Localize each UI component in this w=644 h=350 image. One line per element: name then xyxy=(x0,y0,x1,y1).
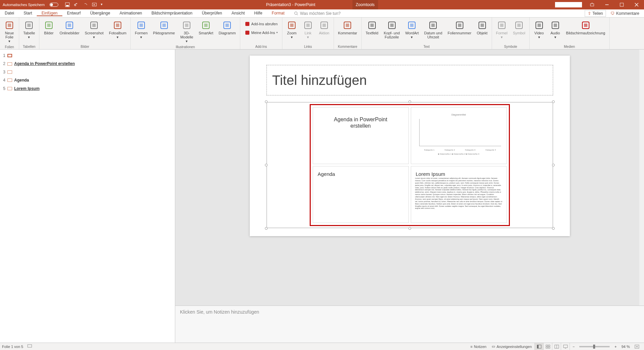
tab-animationen[interactable]: Animationen xyxy=(115,11,147,15)
autosave-label: Automatisches Speichern xyxy=(3,3,45,7)
kommentar-icon xyxy=(342,20,352,30)
objekt-button[interactable]: Objekt xyxy=(475,19,490,36)
zoom-in-icon[interactable]: + xyxy=(612,343,619,350)
tab-einfügen[interactable]: Einfügen xyxy=(37,11,62,16)
tab-bildschirmpräsentation[interactable]: Bildschirmpräsentation xyxy=(147,11,197,15)
zoom-thumb-4[interactable]: Lorem Ipsum Lorem ipsum dolor sit amet, … xyxy=(411,166,507,223)
zoom-level[interactable]: 94 % xyxy=(619,345,632,349)
slideshow-view-icon[interactable] xyxy=(561,343,570,350)
comments-button[interactable]: 🗨Kommentare xyxy=(608,10,642,17)
reading-view-icon[interactable] xyxy=(552,343,561,350)
meine-addins-button[interactable]: Meine Add-Ins ▾ xyxy=(242,29,280,36)
3d-modelle-button[interactable]: 3D- Modelle ▾ xyxy=(178,19,195,44)
undo-icon[interactable] xyxy=(74,2,79,7)
formen-button[interactable]: Formen ▾ xyxy=(133,19,150,40)
zoom-thumb-1[interactable]: Agenda in PowerPoint erstellen xyxy=(313,107,409,164)
bilder-button[interactable]: Bilder xyxy=(41,19,56,36)
slide-sorter-view-icon[interactable] xyxy=(544,343,552,350)
ribbon-group-label: Kommentare xyxy=(338,44,357,49)
tab-hilfe[interactable]: Hilfe xyxy=(249,11,267,15)
foliennummer-button[interactable]: Foliennummer xyxy=(446,19,473,36)
slide-canvas[interactable]: Titel hinzufügen Agenda in PowerPoint er… xyxy=(175,50,644,306)
minimize-icon[interactable] xyxy=(600,0,614,9)
tab-format[interactable]: Format xyxy=(267,11,289,15)
video-icon xyxy=(534,20,544,30)
zoom-thumb-2-chart[interactable]: Diagrammtitel Kategorie 1Kategorie 2Kate… xyxy=(411,107,507,164)
datum-button[interactable]: Datum und Uhrzeit xyxy=(422,19,444,40)
zoom-summary-grid[interactable]: Agenda in PowerPoint erstellen Diagrammt… xyxy=(310,104,510,226)
fit-to-window-icon[interactable] xyxy=(632,343,642,350)
quick-access-toolbar: ▾ xyxy=(65,2,102,7)
autosave-toggle[interactable] xyxy=(50,3,58,7)
diagramm-button[interactable]: Diagramm xyxy=(217,19,238,36)
qat-more-icon[interactable]: ▾ xyxy=(101,2,102,7)
tab-ansicht[interactable]: Ansicht xyxy=(227,11,249,15)
ribbon-display-options-icon[interactable] xyxy=(585,0,600,9)
normal-view-icon[interactable] xyxy=(535,343,544,350)
tab-datei[interactable]: Datei xyxy=(0,11,19,15)
onlinebilder-button[interactable]: Onlinebilder xyxy=(58,19,82,36)
svg-rect-66 xyxy=(548,347,550,348)
zoom-out-icon[interactable]: − xyxy=(570,343,577,350)
slide[interactable]: Titel hinzufügen Agenda in PowerPoint er… xyxy=(250,56,570,236)
objekt-icon xyxy=(477,20,487,30)
resize-handle-br[interactable] xyxy=(552,227,555,230)
share-button[interactable]: ⇪Teilen xyxy=(585,10,606,17)
ribbon-group-bilder: BilderOnlinebilderScreenshot ▾Fotoalbum … xyxy=(39,18,131,49)
resize-handle-ml[interactable] xyxy=(265,164,268,166)
display-settings[interactable]: ▭ Anzeigeeinstellungen xyxy=(489,343,534,350)
wordart-button[interactable]: WordArt ▾ xyxy=(403,19,421,40)
textfeld-button[interactable]: Textfeld xyxy=(364,19,380,36)
outline-item-1[interactable]: 1 xyxy=(1,52,174,60)
start-from-beginning-icon[interactable] xyxy=(92,2,97,7)
tabelle-button[interactable]: Tabelle ▾ xyxy=(21,19,37,40)
spellcheck-icon[interactable] xyxy=(27,344,32,349)
resize-handle-tl[interactable] xyxy=(265,100,268,103)
neue-folie-button[interactable]: Neue Folie ▾ xyxy=(2,19,17,44)
zoom-thumb-3[interactable]: Agenda xyxy=(313,166,409,223)
content-placeholder-selected[interactable]: Agenda in PowerPoint erstellen Diagrammt… xyxy=(267,102,553,228)
svg-rect-68 xyxy=(563,345,568,348)
tell-me-search[interactable]: Was möchten Sie tun? xyxy=(294,11,340,16)
zoom-slider[interactable] xyxy=(579,346,610,347)
tab-übergänge[interactable]: Übergänge xyxy=(85,11,115,15)
title-placeholder[interactable]: Titel hinzufügen xyxy=(267,65,553,95)
outline-item-4[interactable]: 4Agenda xyxy=(1,76,174,84)
kopf-fuss-button[interactable]: Kopf- und Fußzeile xyxy=(382,19,402,40)
outline-item-3[interactable]: 3 xyxy=(1,68,174,76)
outline-item-5[interactable]: 5Lorem Ipsum xyxy=(1,85,174,93)
notes-toggle[interactable]: ≡ Notizen xyxy=(468,343,489,350)
svg-rect-55 xyxy=(538,24,541,27)
search-box-collapsed[interactable] xyxy=(555,2,582,7)
tab-überprüfen[interactable]: Überprüfen xyxy=(197,11,227,15)
save-icon[interactable] xyxy=(65,2,70,7)
aufz-button[interactable]: Bildschirmaufzeichnung xyxy=(564,19,607,36)
tab-entwurf[interactable]: Entwurf xyxy=(62,11,86,15)
notes-pane[interactable]: Klicken Sie, um Notizen hinzuzufügen xyxy=(175,306,644,343)
tab-start[interactable]: Start xyxy=(19,11,37,15)
svg-rect-31 xyxy=(290,24,294,27)
outline-pane[interactable]: 12Agenda in PowerPoint erstellen34Agenda… xyxy=(0,50,175,343)
video-button[interactable]: Video ▾ xyxy=(532,19,547,40)
redo-icon[interactable] xyxy=(83,2,88,7)
context-tab-zoomtools[interactable]: Zoomtools xyxy=(352,0,378,9)
resize-handle-tr[interactable] xyxy=(552,100,555,103)
vertical-scrollbar[interactable] xyxy=(639,50,644,306)
fotoalbum-button[interactable]: Fotoalbum ▾ xyxy=(107,19,128,40)
audio-button[interactable]: Audio ▾ xyxy=(548,19,563,40)
kommentar-button[interactable]: Kommentar xyxy=(336,19,359,36)
resize-handle-mt[interactable] xyxy=(408,100,411,103)
addins-abrufen-button[interactable]: Add-Ins abrufen xyxy=(242,20,280,28)
kopf-fuss-icon xyxy=(387,20,397,30)
screenshot-button[interactable]: Screenshot ▾ xyxy=(83,19,106,40)
resize-handle-bl[interactable] xyxy=(265,227,268,230)
zoom-button[interactable]: Zoom ▾ xyxy=(284,19,299,40)
resize-handle-mb[interactable] xyxy=(408,227,411,230)
outline-item-2[interactable]: 2Agenda in PowerPoint erstellen xyxy=(1,60,174,68)
maximize-icon[interactable] xyxy=(614,0,629,9)
resize-handle-mr[interactable] xyxy=(552,164,555,166)
close-icon[interactable] xyxy=(629,0,644,9)
smartart-button[interactable]: SmartArt xyxy=(196,19,215,36)
svg-rect-37 xyxy=(346,24,349,27)
piktogramme-button[interactable]: Piktogramme xyxy=(151,19,177,36)
